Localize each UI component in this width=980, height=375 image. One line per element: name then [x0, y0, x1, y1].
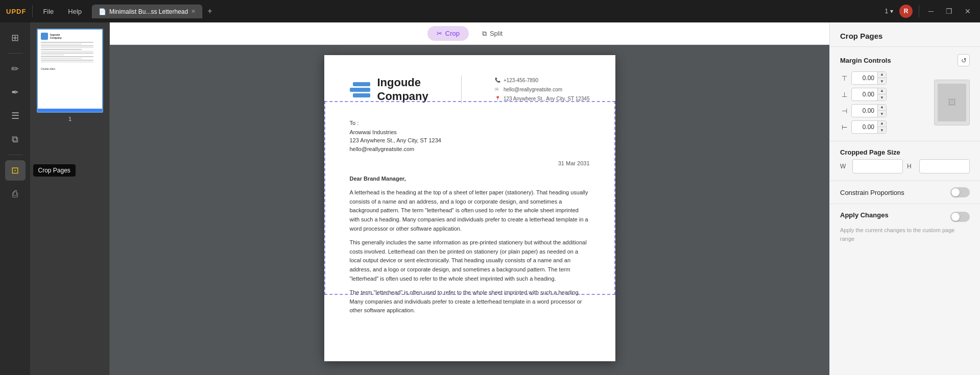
lh-header: IngoudeCompany 📞 +123-456-7890 ✉ hello@r… — [350, 76, 590, 104]
margin-right-input[interactable] — [852, 123, 877, 131]
crop-btn[interactable]: ✂ Crop — [427, 26, 469, 41]
thumb-line — [41, 62, 93, 63]
tab-close-btn[interactable]: ✕ — [191, 8, 196, 15]
to-section: To : Arowwai Industries 123 Anywhere St.… — [350, 119, 590, 153]
thumb-signature: Charlie Allen — [41, 67, 99, 70]
margin-left-down[interactable]: ▼ — [878, 111, 886, 117]
tab-document[interactable]: 📄 Minimalist Bu...ss Letterhead ✕ — [92, 5, 202, 18]
maximize-btn[interactable]: ❐ — [943, 6, 955, 16]
thumb-line — [41, 53, 93, 54]
margin-top-input[interactable] — [852, 74, 877, 82]
tab-bar: 📄 Minimalist Bu...ss Letterhead ✕ + — [92, 5, 878, 18]
constrain-row: Constrain Proportions — [830, 181, 980, 204]
avatar[interactable]: R — [899, 5, 913, 18]
menu-file[interactable]: File — [39, 6, 58, 17]
page-number-label: 1 — [37, 116, 103, 122]
reset-btn[interactable]: ↺ — [958, 54, 970, 66]
doc-page: IngoudeCompany 📞 +123-456-7890 ✉ hello@r… — [324, 55, 615, 361]
contact-email: ✉ hello@reallygreatsite.com — [495, 85, 590, 94]
sidebar-crop-icon[interactable]: ⊡ Crop Pages — [5, 160, 26, 181]
toolbar: ✂ Crop ⧉ Split — [110, 22, 829, 45]
margin-header: Margin Controls ↺ — [840, 54, 970, 66]
sidebar-extract-icon[interactable]: ⎙ — [5, 184, 26, 204]
margin-right-down[interactable]: ▼ — [878, 127, 886, 134]
logo-bar-1 — [353, 82, 370, 86]
margin-inputs: ⊤ ▲ ▼ ⊥ — [840, 71, 929, 134]
thumb-line — [41, 56, 93, 57]
margin-top-row: ⊤ ▲ ▼ — [840, 71, 929, 85]
date: 31 Mar 2031 — [350, 159, 590, 168]
thumb-company: IngoudeCompany — [50, 33, 62, 39]
thumb-line — [41, 55, 64, 56]
app-logo: UPDF — [6, 8, 26, 15]
height-input-group[interactable]: ▲ ▼ — [919, 159, 970, 173]
margin-bottom-input[interactable] — [852, 91, 877, 98]
to-address: 123 Anywhere St., Any City, ST 1234 — [350, 136, 590, 145]
header-divider — [461, 76, 462, 104]
crop-line-top — [324, 101, 615, 102]
crop-line-left — [324, 101, 325, 295]
sidebar-divider-1 — [8, 53, 23, 54]
margin-right-row: ⊢ ▲ ▼ — [840, 120, 929, 134]
phone-icon: 📞 — [495, 76, 501, 84]
margin-bottom-row: ⊥ ▲ ▼ — [840, 88, 929, 101]
main-area: ⊞ ✏ ✒ ☰ ⧉ ⊡ Crop Pages ⎙ IngoudeCompany — [0, 22, 980, 375]
sidebar-annotate-icon[interactable]: ✒ — [5, 82, 26, 103]
sidebar-edit-icon[interactable]: ✏ — [5, 59, 26, 79]
to-email: hello@reallygreatsite.com — [350, 145, 590, 154]
constrain-toggle[interactable] — [950, 187, 970, 197]
apply-toggle-knob — [951, 213, 960, 221]
margin-bottom-input-group[interactable]: ▲ ▼ — [851, 88, 887, 101]
document-view: IngoudeCompany 📞 +123-456-7890 ✉ hello@r… — [110, 45, 829, 375]
margin-top-down[interactable]: ▼ — [878, 78, 886, 85]
thumb-lines: Charlie Allen — [41, 42, 99, 70]
margin-bottom-down[interactable]: ▼ — [878, 94, 886, 101]
thumbnail-wrapper[interactable]: IngoudeCompany — [37, 29, 103, 122]
menu-help[interactable]: Help — [64, 6, 86, 17]
margin-top-up[interactable]: ▲ — [878, 71, 886, 78]
left-sidebar: ⊞ ✏ ✒ ☰ ⧉ ⊡ Crop Pages ⎙ — [0, 22, 31, 375]
minimize-btn[interactable]: ─ — [925, 6, 937, 16]
margin-left-icon: ⊣ — [840, 107, 848, 115]
margin-left-input[interactable] — [852, 107, 877, 114]
thumb-line — [41, 47, 93, 48]
apply-changes-section: Apply Changes Apply the current changes … — [830, 204, 980, 250]
margin-left-input-group[interactable]: ▲ ▼ — [851, 104, 887, 117]
to-label: To : — [350, 119, 590, 128]
margin-left-up[interactable]: ▲ — [878, 104, 886, 111]
split-btn[interactable]: ⧉ Split — [473, 26, 512, 41]
rp-thumb-icon: 🖼 — [948, 98, 956, 107]
height-input[interactable] — [920, 163, 970, 170]
thumb-logo-icon — [41, 33, 48, 40]
size-row: W ▲ ▼ H ▲ ▼ — [840, 159, 970, 173]
sidebar-forms-icon[interactable]: ☰ — [5, 106, 26, 126]
topbar-divider — [32, 5, 33, 17]
page-number: 1 — [885, 8, 888, 15]
margin-right-input-group[interactable]: ▲ ▼ — [851, 120, 887, 134]
new-tab-btn[interactable]: + — [204, 7, 215, 16]
margin-right-up[interactable]: ▲ — [878, 120, 886, 127]
apply-toggle-row: Apply Changes — [840, 211, 970, 222]
width-input-group[interactable]: ▲ ▼ — [852, 159, 903, 173]
sidebar-pages-icon[interactable]: ⧉ — [5, 129, 26, 149]
thumb-line — [41, 45, 93, 46]
split-icon: ⧉ — [482, 30, 487, 38]
sidebar-view-icon[interactable]: ⊞ — [5, 28, 26, 48]
salutation: Dear Brand Manager, — [350, 174, 590, 184]
height-label: H — [907, 163, 915, 170]
thumb-line — [41, 49, 82, 50]
apply-toggle[interactable] — [950, 212, 970, 222]
margin-bottom-up[interactable]: ▲ — [878, 88, 886, 94]
cropped-page-size-section: Cropped Page Size W ▲ ▼ H ▲ ▼ — [830, 141, 980, 181]
margin-top-icon: ⊤ — [840, 74, 848, 82]
topbar-right: 1 ▾ R ─ ❐ ✕ — [885, 5, 974, 18]
apply-desc: Apply the current changes to the custom … — [840, 226, 970, 243]
margin-right-icon: ⊢ — [840, 123, 848, 131]
page-counter: 1 ▾ — [885, 8, 893, 15]
page-dropdown-icon[interactable]: ▾ — [890, 8, 893, 15]
width-input[interactable] — [853, 163, 903, 170]
constrain-toggle-knob — [951, 188, 960, 196]
margin-top-input-group[interactable]: ▲ ▼ — [851, 71, 887, 85]
panel-title: Crop Pages — [830, 22, 980, 47]
close-btn[interactable]: ✕ — [962, 6, 974, 16]
